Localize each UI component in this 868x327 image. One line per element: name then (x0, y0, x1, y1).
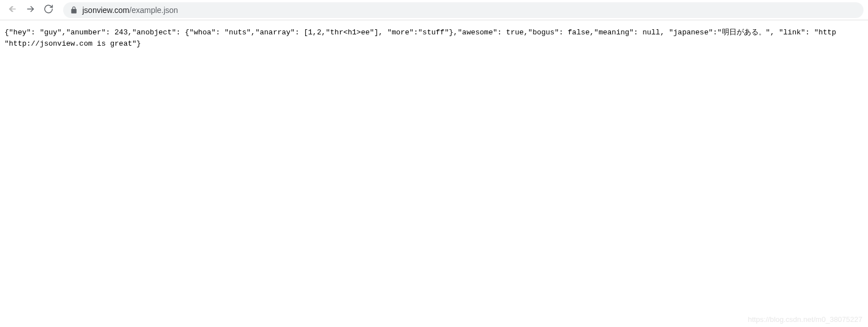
lock-icon (70, 6, 78, 14)
url-domain: jsonview.com (82, 6, 129, 15)
arrow-right-icon (25, 4, 36, 16)
url-path: /example.json (129, 6, 178, 15)
browser-toolbar: jsonview.com/example.json (0, 0, 868, 20)
reload-button[interactable] (41, 2, 56, 18)
page-content: {"hey": "guy","anumber": 243,"anobject":… (0, 20, 868, 56)
watermark: https://blog.csdn.net/m0_38075227 (748, 315, 862, 324)
back-button[interactable] (5, 2, 20, 18)
address-bar[interactable]: jsonview.com/example.json (63, 2, 863, 18)
reload-icon (43, 4, 54, 16)
url-text: jsonview.com/example.json (82, 6, 178, 15)
json-line-1: {"hey": "guy","anumber": 243,"anobject":… (5, 28, 836, 37)
arrow-left-icon (7, 4, 17, 16)
json-line-2: "http://jsonview.com is great"} (5, 39, 141, 48)
forward-button[interactable] (23, 2, 38, 18)
